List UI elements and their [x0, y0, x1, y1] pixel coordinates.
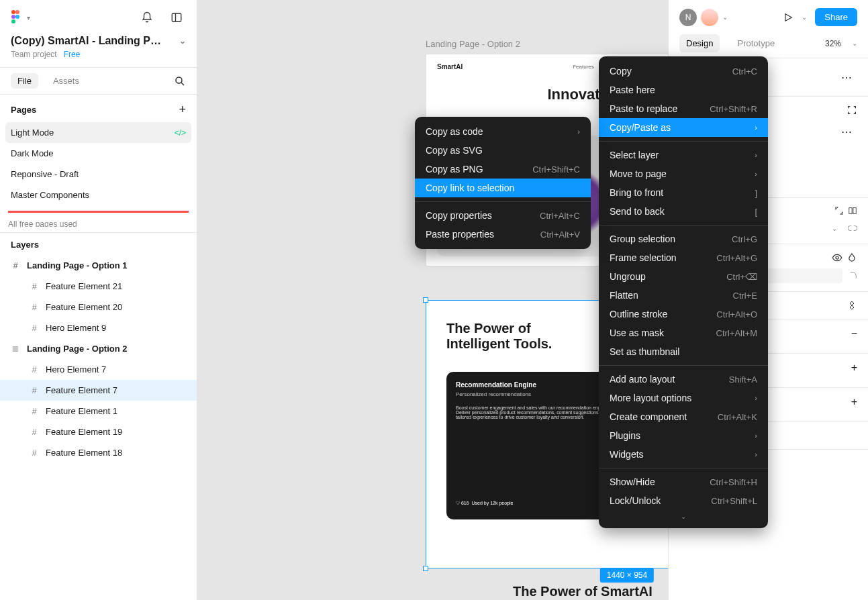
menu-item[interactable]: More layout options› [599, 389, 768, 407]
component-icon [11, 344, 20, 354]
avatar[interactable] [701, 9, 718, 26]
zoom-level[interactable]: 32% [825, 39, 841, 48]
layer-feature-19[interactable]: #Feature Element 19 [0, 421, 197, 442]
menu-item[interactable]: Create componentCtrl+Alt+K [599, 407, 768, 426]
menu-item[interactable]: Use as maskCtrl+Alt+M [599, 323, 768, 342]
menu-item[interactable]: Copy as PNGCtrl+Shift+C [415, 160, 591, 179]
svg-point-3 [15, 15, 19, 19]
autolayout-icon[interactable] [848, 206, 857, 215]
tab-prototype[interactable]: Prototype [730, 34, 781, 52]
menu-item[interactable]: Frame selectionCtrl+Alt+G [599, 248, 768, 267]
layer-feature-7[interactable]: #Feature Element 7 [0, 380, 197, 401]
mock-logo: SmartAI [437, 63, 463, 70]
svg-rect-5 [172, 13, 181, 21]
layer-landing-option-2[interactable]: Landing Page - Option 2 [0, 338, 197, 359]
menu-item[interactable]: Widgets› [599, 445, 768, 464]
menu-item[interactable]: Paste to replaceCtrl+Shift+R [599, 99, 768, 118]
chevron-down-icon[interactable]: ⌄ [802, 13, 807, 21]
plan-badge[interactable]: Free [64, 50, 81, 59]
menu-item[interactable]: UngroupCtrl+⌫ [599, 267, 768, 286]
frame-icon: # [30, 282, 39, 291]
svg-point-4 [11, 19, 15, 23]
svg-rect-31 [849, 208, 852, 214]
resize-icon[interactable] [834, 206, 844, 215]
tab-assets[interactable]: Assets [46, 73, 86, 89]
menu-item[interactable]: Set as thumbnail [599, 342, 768, 361]
menu-item[interactable]: Copy link to selection [415, 179, 591, 197]
notifications-icon[interactable] [138, 8, 156, 27]
search-icon[interactable] [174, 75, 186, 87]
svg-point-1 [15, 10, 19, 14]
menu-item[interactable]: FlattenCtrl+E [599, 286, 768, 305]
page-light-mode[interactable]: Light Mode </> [5, 122, 191, 143]
frame-icon: # [30, 303, 39, 312]
menu-item[interactable]: Move to page› [599, 164, 768, 183]
next-frame-title: The Power of SmartAI Solutions. [513, 584, 668, 600]
avatar[interactable]: N [679, 9, 697, 26]
figma-logo-icon[interactable] [11, 9, 21, 26]
svg-marker-12 [785, 13, 791, 21]
menu-item[interactable]: Show/HideCtrl+Shift+H [599, 472, 768, 491]
layer-feature-18[interactable]: #Feature Element 18 [0, 442, 197, 463]
focus-icon[interactable] [847, 105, 857, 115]
layer-feature-21[interactable]: #Feature Element 21 [0, 276, 197, 297]
page-master-components[interactable]: Master Components [0, 185, 197, 205]
layer-hero-7[interactable]: #Hero Element 7 [0, 359, 197, 380]
layer-feature-1[interactable]: #Feature Element 1 [0, 401, 197, 421]
frame-icon: # [11, 261, 20, 270]
corner-radius-icon[interactable] [848, 271, 857, 281]
chevron-down-icon[interactable]: ▾ [27, 14, 30, 21]
layers-header: Layers [0, 232, 197, 255]
frame-icon: # [30, 428, 39, 437]
menu-item[interactable]: Select layer› [599, 146, 768, 164]
menu-item[interactable]: CopyCtrl+C [599, 62, 768, 81]
add-icon[interactable]: + [851, 396, 857, 408]
page-dark-mode[interactable]: Dark Mode [0, 143, 197, 164]
link-dimensions-icon[interactable] [848, 223, 857, 233]
tab-file[interactable]: File [11, 73, 38, 89]
page-responsive[interactable]: Reponsive - Draft [0, 164, 197, 185]
chevron-down-icon[interactable]: ⌄ [722, 13, 728, 21]
project-subtitle: Team project [11, 50, 57, 59]
add-page-icon[interactable]: + [179, 103, 186, 117]
blend-icon[interactable] [847, 252, 857, 263]
menu-item[interactable]: Paste here [599, 81, 768, 99]
menu-item[interactable]: Paste propertiesCtrl+Alt+V [415, 225, 591, 244]
resize-handle[interactable] [423, 566, 428, 571]
menu-item[interactable]: Copy propertiesCtrl+Alt+C [415, 206, 591, 225]
menu-item[interactable]: Plugins› [599, 426, 768, 445]
component-icon[interactable] [847, 300, 857, 311]
menu-item[interactable]: Lock/UnlockCtrl+Shift+L [599, 491, 768, 510]
pages-limit-notice: All free pages used [8, 211, 189, 227]
menu-item[interactable]: Add auto layoutShift+A [599, 370, 768, 389]
menu-item[interactable]: Bring to front] [599, 183, 768, 202]
more-icon[interactable]: ⋯ [836, 66, 857, 88]
eye-icon[interactable] [832, 252, 842, 263]
context-submenu[interactable]: Copy as code›Copy as SVGCopy as PNGCtrl+… [415, 117, 591, 249]
canvas[interactable]: Landing Page - Option 2 SmartAI Features… [197, 0, 668, 600]
resize-handle[interactable] [423, 297, 428, 303]
menu-item[interactable]: Send to back[ [599, 202, 768, 221]
menu-item[interactable]: Group selectionCtrl+G [599, 230, 768, 248]
menu-item[interactable]: Copy/Paste as› [599, 118, 768, 137]
dimensions-badge: 1440 × 954 [600, 568, 654, 583]
layer-hero-9[interactable]: #Hero Element 9 [0, 317, 197, 338]
layer-feature-20[interactable]: #Feature Element 20 [0, 297, 197, 317]
share-button[interactable]: Share [815, 8, 857, 26]
frame-label[interactable]: Landing Page - Option 2 [426, 39, 520, 49]
menu-item[interactable]: Copy as code› [415, 122, 591, 141]
add-icon[interactable]: + [851, 362, 857, 374]
layer-landing-option-1[interactable]: # Landing Page - Option 1 [0, 255, 197, 276]
menu-item[interactable]: Copy as SVG [415, 141, 591, 160]
svg-line-8 [181, 83, 184, 85]
chevron-down-icon[interactable]: ⌄ [852, 40, 857, 47]
chevron-down-icon[interactable]: ⌄ [179, 36, 186, 46]
tab-design[interactable]: Design [679, 34, 720, 52]
more-icon[interactable]: ⋯ [836, 121, 857, 142]
remove-icon[interactable]: − [851, 328, 857, 340]
panel-toggle-icon[interactable] [167, 8, 186, 27]
menu-item[interactable]: Outline strokeCtrl+Alt+O [599, 305, 768, 323]
context-menu[interactable]: CopyCtrl+CPaste herePaste to replaceCtrl… [599, 56, 768, 528]
svg-point-2 [11, 15, 15, 19]
play-icon[interactable] [783, 12, 793, 23]
